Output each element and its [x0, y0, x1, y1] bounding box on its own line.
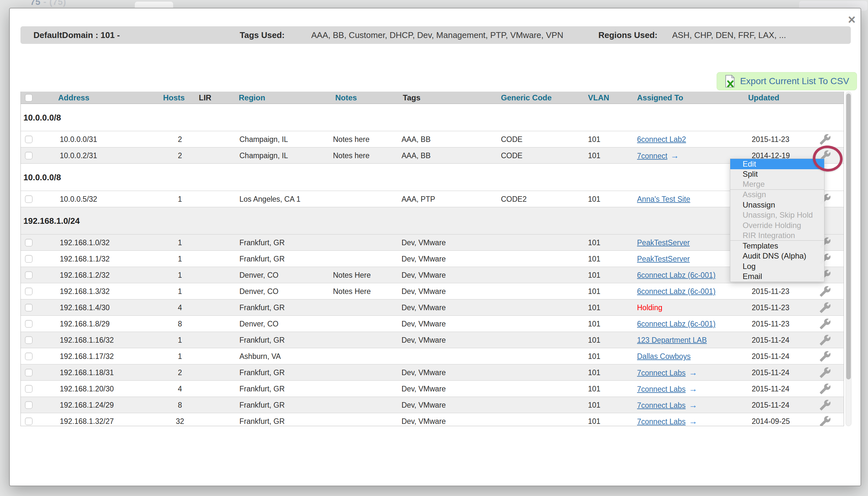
column-header-hosts[interactable]: Hosts: [163, 93, 185, 102]
vlan-cell: 101: [588, 151, 600, 160]
regions-used-value: ASH, CHP, DEN, FRF, LAX, ...: [672, 30, 786, 40]
ip-blocks-table: Address Hosts LIR Region Notes Tags Gene…: [20, 92, 844, 426]
wrench-icon[interactable]: [819, 399, 831, 411]
generic-code-cell: CODE: [501, 151, 522, 160]
row-checkbox[interactable]: [25, 369, 32, 376]
region-cell: Denver, CO: [239, 287, 278, 296]
region-cell: Frankfurt, GR: [239, 368, 284, 377]
wrench-icon[interactable]: [819, 318, 831, 330]
row-checkbox[interactable]: [25, 417, 32, 425]
hosts-cell: 32: [157, 417, 203, 425]
menu-item-split[interactable]: Split: [730, 169, 824, 180]
column-header-tags: Tags: [403, 93, 420, 102]
column-header-generic-code[interactable]: Generic Code: [501, 93, 552, 102]
assigned-to-link[interactable]: 7connect: [637, 151, 667, 160]
tags-cell: Dev, VMware: [402, 384, 446, 393]
table-row: 10.0.0.2/31 2 Champaign, IL Notes here A…: [21, 148, 843, 164]
assigned-to-link[interactable]: 7connect Labs: [637, 417, 686, 425]
assigned-to-link[interactable]: 7connect Labs: [637, 401, 686, 409]
wrench-icon[interactable]: [819, 351, 831, 362]
table-row: 192.168.1.17/32 1 Ashburn, VA 101 Dallas…: [21, 348, 843, 365]
table-row: 192.168.1.8/29 8 Denver, CO Dev, VMware …: [21, 316, 843, 332]
column-header-updated[interactable]: Updated: [748, 93, 779, 102]
summary-bar: DefaultDomain : 101 - Tags Used: AAA, BB…: [20, 26, 851, 44]
address-cell: 192.168.1.18/31: [60, 368, 114, 377]
assigned-to-link[interactable]: 6connect Labz (6c-001): [637, 287, 716, 295]
menu-item-audit-dns[interactable]: Audit DNS (Alpha): [730, 251, 824, 262]
hosts-cell: 4: [157, 303, 203, 312]
updated-cell: 2015-11-23: [752, 287, 789, 296]
tags-cell: Dev, VMware: [402, 319, 446, 328]
export-csv-label: Export Current List To CSV: [740, 76, 849, 87]
close-icon[interactable]: ×: [845, 13, 858, 26]
menu-item-override-holding: Override Holding: [730, 220, 824, 231]
wrench-icon[interactable]: [819, 285, 831, 297]
row-checkbox[interactable]: [25, 385, 32, 392]
assigned-to-link[interactable]: 123 Department LAB: [637, 336, 707, 344]
row-checkbox[interactable]: [25, 401, 32, 409]
wrench-icon[interactable]: [819, 334, 831, 346]
vlan-cell: 101: [588, 319, 600, 328]
row-checkbox[interactable]: [25, 152, 32, 159]
scrollbar-thumb[interactable]: [846, 94, 851, 379]
row-checkbox[interactable]: [25, 353, 32, 360]
updated-cell: 2015-11-23: [752, 319, 789, 328]
row-checkbox[interactable]: [25, 136, 32, 143]
assigned-to-link[interactable]: PeakTestServer: [637, 254, 689, 263]
menu-item-merge: Merge: [730, 179, 824, 190]
table-row: 10.0.0.5/32 1 Los Angeles, CA 1 AAA, PTP…: [21, 191, 843, 207]
assigned-to-link[interactable]: PeakTestServer: [637, 238, 689, 247]
wrench-icon[interactable]: [819, 367, 831, 378]
assigned-to-link[interactable]: 6connect Labz (6c-001): [637, 270, 716, 279]
arrow-icon: →: [670, 150, 679, 160]
region-cell: Frankfurt, GR: [239, 417, 284, 425]
column-header-region[interactable]: Region: [239, 93, 265, 102]
assigned-to-link[interactable]: 6connect Lab2: [637, 135, 686, 143]
hosts-cell: 1: [157, 195, 203, 203]
menu-item-unassign[interactable]: Unassign: [730, 200, 824, 210]
row-checkbox[interactable]: [25, 320, 32, 327]
assigned-to-link[interactable]: 6connect Labz (6c-001): [637, 319, 716, 328]
wrench-icon[interactable]: [819, 134, 831, 145]
assigned-to-link[interactable]: 7connect Labs: [637, 368, 686, 377]
column-header-assigned-to[interactable]: Assigned To: [637, 93, 683, 102]
row-checkbox[interactable]: [25, 195, 32, 203]
column-header-notes[interactable]: Notes: [335, 93, 357, 102]
menu-item-log[interactable]: Log: [730, 261, 824, 272]
row-checkbox[interactable]: [25, 239, 32, 246]
address-cell: 192.168.1.16/32: [60, 336, 114, 344]
menu-item-templates[interactable]: Templates: [730, 241, 824, 251]
menu-item-email[interactable]: Email: [730, 272, 824, 282]
tags-cell: AAA, BB: [402, 135, 431, 143]
assigned-to-link[interactable]: 7connect Labs: [637, 385, 686, 393]
vlan-cell: 101: [588, 303, 600, 312]
wrench-icon[interactable]: [819, 302, 831, 313]
export-csv-button[interactable]: Export Current List To CSV: [717, 72, 857, 90]
region-cell: Frankfurt, GR: [239, 336, 284, 344]
assigned-to-link[interactable]: Dallas Cowboys: [637, 352, 691, 360]
row-checkbox[interactable]: [25, 288, 32, 295]
menu-item-edit[interactable]: Edit: [730, 159, 824, 169]
row-checkbox[interactable]: [25, 255, 32, 262]
table-row: 192.168.1.4/30 4 Frankfurt, GR Dev, VMwa…: [21, 299, 843, 316]
tags-cell: Dev, VMware: [402, 287, 446, 296]
assigned-to-link[interactable]: Anna's Test Site: [637, 195, 690, 203]
row-checkbox[interactable]: [25, 336, 32, 344]
address-cell: 10.0.0.0/31: [60, 135, 97, 143]
table-row: 192.168.1.24/29 8 Frankfurt, GR Dev, VMw…: [21, 397, 843, 413]
wrench-icon[interactable]: [819, 416, 831, 427]
select-all-checkbox[interactable]: [25, 94, 32, 102]
row-checkbox[interactable]: [25, 304, 32, 311]
tags-cell: Dev, VMware: [402, 336, 446, 344]
table-row: 192.168.1.32/27 32 Frankfurt, GR Dev, VM…: [21, 413, 843, 426]
tags-cell: Dev, VMware: [402, 368, 446, 377]
menu-item-assign: Assign: [730, 190, 824, 200]
notes-cell: Notes Here: [333, 287, 371, 296]
vlan-cell: 101: [588, 417, 600, 425]
row-checkbox[interactable]: [25, 271, 32, 279]
hosts-cell: 1: [157, 352, 203, 360]
wrench-icon[interactable]: [819, 383, 831, 395]
column-header-address[interactable]: Address: [58, 93, 89, 102]
column-header-vlan[interactable]: VLAN: [588, 93, 609, 102]
arrow-icon: →: [689, 384, 697, 393]
